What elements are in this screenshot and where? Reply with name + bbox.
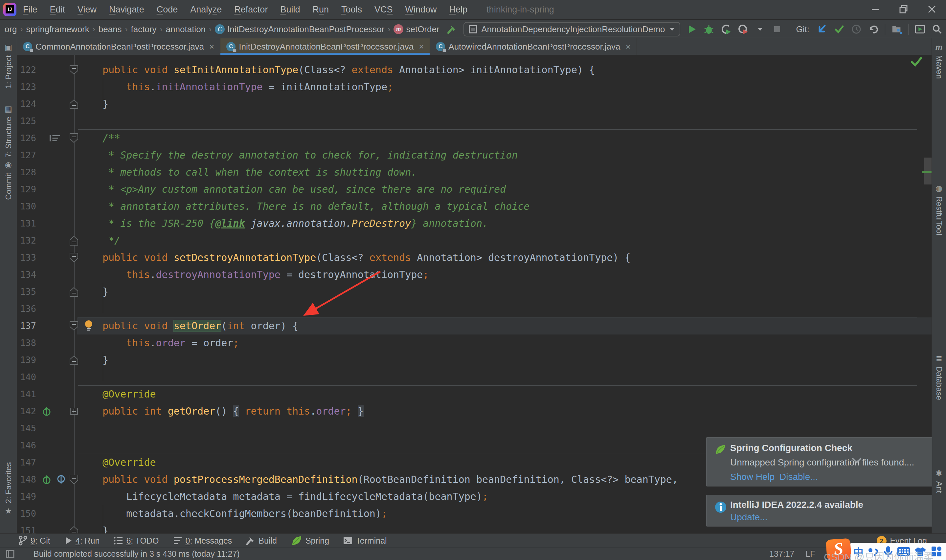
breadcrumb-item[interactable]: springframework <box>26 24 89 34</box>
line-number[interactable]: 140 <box>17 369 36 386</box>
fold-marker-icon[interactable] <box>69 99 79 109</box>
line-number[interactable]: 129 <box>17 181 36 198</box>
line-number[interactable]: 139 <box>17 352 36 369</box>
menu-edit[interactable]: Edit <box>50 5 65 15</box>
dropdown-arrow-icon[interactable] <box>755 24 766 35</box>
tool-window-button--messages[interactable]: 0: Messages <box>173 536 232 546</box>
menu-analyze[interactable]: Analyze <box>190 5 222 15</box>
fold-marker-icon[interactable] <box>69 133 79 143</box>
tool-stripe--structure[interactable]: ▦7: Structure <box>0 105 17 158</box>
fold-marker-icon[interactable] <box>69 474 79 485</box>
tool-stripe--favorites[interactable]: 2: Favorites★ <box>0 462 17 516</box>
line-number[interactable]: 148 <box>17 471 36 488</box>
code-line[interactable]: 125 <box>17 112 932 130</box>
fold-marker-icon[interactable] <box>69 526 79 534</box>
fold-marker-icon[interactable] <box>69 406 79 417</box>
breadcrumb-item[interactable]: msetOrder <box>393 24 439 34</box>
fold-marker-icon[interactable] <box>69 286 79 297</box>
line-number[interactable]: 126 <box>17 130 36 147</box>
fold-marker-icon[interactable] <box>69 252 79 263</box>
tool-stripe-ant[interactable]: ✱Ant <box>932 469 946 493</box>
line-number[interactable]: 147 <box>17 454 36 471</box>
tool-window-button-terminal[interactable]: Terminal <box>343 536 387 546</box>
code-line[interactable]: 136 <box>17 300 932 317</box>
update-link[interactable]: Update... <box>730 512 768 523</box>
menu-navigate[interactable]: Navigate <box>109 5 144 15</box>
caret-position[interactable]: 137:17 <box>769 549 794 559</box>
code-line[interactable]: 123 this.initAnnotationType = initAnnota… <box>17 78 932 95</box>
line-number[interactable]: 122 <box>17 62 36 78</box>
menu-build[interactable]: Build <box>280 5 300 15</box>
tool-window-button--git[interactable]: 9: Git <box>18 536 50 546</box>
menu-run[interactable]: Run <box>313 5 329 15</box>
code-line[interactable]: 145 <box>17 420 932 437</box>
menu-view[interactable]: View <box>77 5 97 15</box>
line-number[interactable]: 138 <box>17 334 36 352</box>
menu-window[interactable]: Window <box>405 5 437 15</box>
line-number[interactable]: 134 <box>17 266 36 283</box>
line-number[interactable]: 125 <box>17 112 36 130</box>
project-structure-icon[interactable] <box>891 24 902 35</box>
rollback-icon[interactable] <box>868 24 879 35</box>
code-line[interactable]: 124} <box>17 95 932 112</box>
code-line[interactable]: 137public void setOrder(int order) { <box>17 317 932 334</box>
stop-icon[interactable] <box>772 24 783 35</box>
overridden-down-icon[interactable] <box>55 474 67 486</box>
code-line[interactable]: 134 this.destroyAnnotationType = destroy… <box>17 266 932 283</box>
tool-window-button--todo[interactable]: 6: TODO <box>113 536 159 546</box>
code-line[interactable]: 135} <box>17 283 932 300</box>
line-number[interactable]: 142 <box>17 403 36 420</box>
tab-AutowiredAnnotationBeanPostProcessor.java[interactable]: CAutowiredAnnotationBeanPostProcessor.ja… <box>430 38 636 55</box>
line-number[interactable]: 136 <box>17 300 36 317</box>
code-line[interactable]: 128 * methods to call when the context i… <box>17 164 932 181</box>
breadcrumb-item[interactable]: CInitDestroyAnnotationBeanPostProcessor <box>215 24 384 34</box>
notification-idea-update[interactable]: IntelliJ IDEA 2022.2.4 available Update.… <box>706 495 932 526</box>
close-icon[interactable]: × <box>419 42 424 52</box>
build-hammer-icon[interactable] <box>447 24 458 35</box>
search-icon[interactable] <box>932 24 943 35</box>
tab-InitDestroyAnnotationBeanPostProcessor.java[interactable]: CInitDestroyAnnotationBeanPostProcessor.… <box>220 38 430 55</box>
close-icon[interactable]: × <box>626 42 631 52</box>
git-commit-icon[interactable] <box>834 24 845 35</box>
line-number[interactable]: 151 <box>17 522 36 534</box>
notification-spring-configuration[interactable]: Spring Configuration Check Unmapped Spri… <box>706 437 932 486</box>
tool-stripe--project[interactable]: ▣1: Project <box>0 43 17 88</box>
tool-window-button-spring[interactable]: Spring <box>291 535 329 546</box>
tool-window-button-build[interactable]: Build <box>246 536 277 546</box>
line-number[interactable]: 130 <box>17 198 36 215</box>
override-up-icon[interactable] <box>41 474 52 486</box>
menu-tools[interactable]: Tools <box>341 5 362 15</box>
tab-CommonAnnotationBeanPostProcessor.java[interactable]: CCommonAnnotationBeanPostProcessor.java× <box>17 38 220 55</box>
code-line[interactable]: 122public void setInitAnnotationType(Cla… <box>17 62 932 78</box>
history-icon[interactable] <box>851 24 862 35</box>
line-separator[interactable]: LF <box>806 549 815 559</box>
bulb-icon[interactable] <box>83 320 95 332</box>
code-line[interactable]: 138 this.order = order; <box>17 334 932 352</box>
line-number[interactable]: 128 <box>17 164 36 181</box>
line-number[interactable]: 123 <box>17 78 36 95</box>
code-line[interactable]: 140 <box>17 369 932 386</box>
menu-refactor[interactable]: Refactor <box>234 5 268 15</box>
doc-toggle-icon[interactable] <box>49 132 61 144</box>
menu-file[interactable]: File <box>23 5 37 15</box>
restore-button[interactable] <box>889 0 918 18</box>
menu-vcs[interactable]: VCS <box>374 5 393 15</box>
code-line[interactable]: 139} <box>17 352 932 369</box>
fold-marker-icon[interactable] <box>69 235 79 246</box>
coverage-icon[interactable] <box>720 24 732 35</box>
code-line[interactable]: 131 * is the JSR-250 {@link javax.annota… <box>17 215 932 232</box>
line-number[interactable]: 149 <box>17 488 36 505</box>
show-help-link[interactable]: Show Help <box>730 472 775 482</box>
line-number[interactable]: 145 <box>17 420 36 437</box>
run-icon[interactable] <box>686 24 697 35</box>
code-line[interactable]: 127 * Specify the destroy annotation to … <box>17 147 932 164</box>
tool-stripe-maven[interactable]: mMaven <box>932 43 946 79</box>
git-update-icon[interactable] <box>817 24 828 35</box>
code-line[interactable]: 133public void setDestroyAnnotationType(… <box>17 249 932 266</box>
fold-marker-icon[interactable] <box>69 321 79 331</box>
line-number[interactable]: 150 <box>17 505 36 522</box>
disable-link[interactable]: Disable... <box>780 472 818 482</box>
inspections-ok-icon[interactable] <box>911 57 922 67</box>
breadcrumb-item[interactable]: org <box>5 24 17 34</box>
line-number[interactable]: 124 <box>17 95 36 112</box>
